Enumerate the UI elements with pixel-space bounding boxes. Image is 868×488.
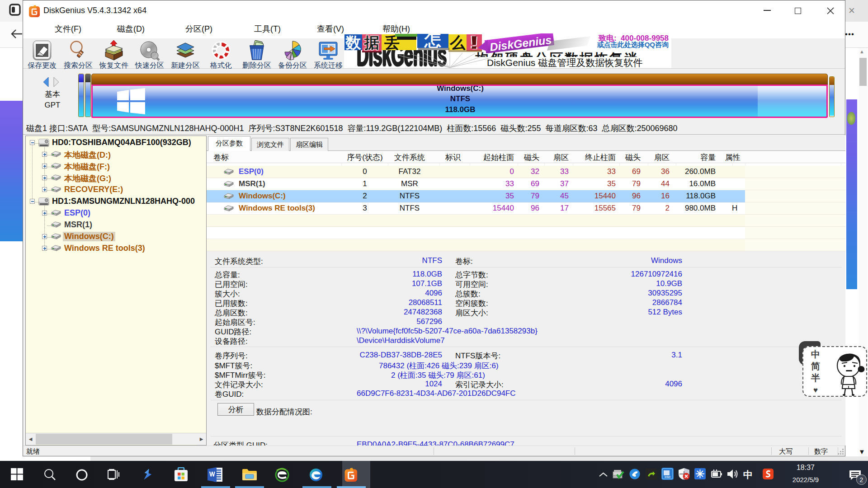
svg-text:intel: intel [665,475,670,479]
